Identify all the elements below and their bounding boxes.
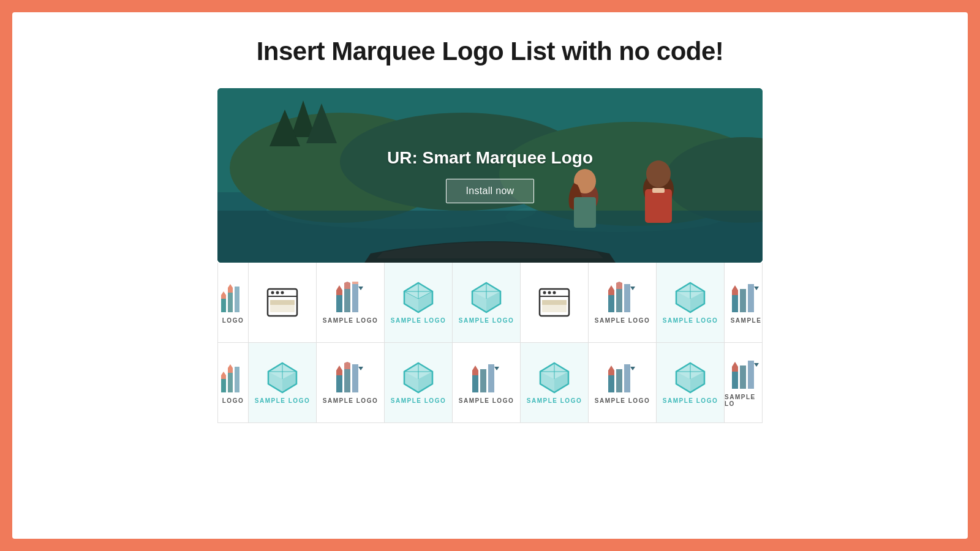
- svg-marker-63: [616, 282, 622, 289]
- svg-rect-99: [472, 375, 478, 392]
- svg-rect-31: [336, 295, 342, 312]
- svg-marker-79: [221, 372, 226, 379]
- logo-cell: LOGO: [218, 263, 249, 342]
- logo-cell: SAMPLE LO: [725, 343, 763, 422]
- svg-rect-112: [624, 364, 630, 392]
- svg-rect-76: [221, 379, 226, 392]
- svg-marker-125: [754, 363, 759, 367]
- svg-marker-103: [494, 367, 499, 370]
- logo-cell-label: Sample Logo: [391, 317, 446, 324]
- svg-rect-60: [616, 289, 622, 312]
- svg-point-54: [543, 291, 546, 294]
- chart-icon: [607, 282, 638, 313]
- diamond-icon: [267, 362, 298, 394]
- chart-icon: [335, 282, 366, 313]
- svg-point-28: [281, 291, 284, 294]
- svg-marker-102: [472, 365, 478, 375]
- logo-cell: Sample Logo: [657, 343, 725, 422]
- svg-rect-61: [624, 284, 630, 312]
- svg-marker-80: [228, 364, 233, 373]
- chart-icon: [471, 362, 502, 394]
- svg-rect-20: [228, 293, 233, 312]
- logo-cell-label: Sample Logo: [459, 317, 514, 324]
- logo-cell-label: SAMPLE LOGO: [323, 397, 378, 404]
- logo-cell: SAMPLE LOGO: [453, 343, 521, 422]
- svg-marker-34: [336, 285, 342, 295]
- svg-marker-37: [358, 287, 363, 290]
- logo-cell-label: SAMPLE LOGO: [323, 317, 378, 324]
- install-now-button[interactable]: Install now: [446, 179, 535, 203]
- hero-banner: UR: Smart Marquee Logo Install now: [217, 88, 763, 263]
- main-card: Insert Marquee Logo List with no code!: [12, 12, 968, 539]
- window-icon: [538, 287, 570, 318]
- logo-cell-label: SAMPLE LOGO: [595, 397, 650, 404]
- svg-rect-33: [352, 284, 358, 312]
- svg-rect-77: [228, 373, 233, 392]
- logo-cell-label: LOGO: [222, 397, 244, 404]
- svg-point-27: [276, 291, 279, 294]
- svg-marker-64: [630, 287, 635, 290]
- svg-rect-19: [221, 299, 226, 312]
- logo-cell-label: Sample Logo: [663, 397, 718, 404]
- svg-marker-91: [344, 362, 350, 369]
- svg-rect-87: [336, 375, 342, 392]
- chart-icon: [335, 362, 366, 394]
- svg-marker-36: [352, 282, 358, 284]
- bars-icon: [220, 362, 247, 394]
- svg-point-55: [548, 291, 551, 294]
- logo-cell: Sample Logo: [521, 343, 589, 422]
- diamond-icon: [471, 282, 502, 313]
- svg-marker-75: [754, 287, 759, 290]
- svg-marker-92: [358, 367, 363, 370]
- logo-cell: SAMPLE LOGO: [317, 263, 385, 342]
- chart-icon: [731, 282, 761, 313]
- svg-marker-113: [608, 365, 614, 375]
- logo-cell-label: SAMPLE LOGO: [595, 317, 650, 324]
- svg-marker-124: [732, 362, 738, 372]
- svg-marker-74: [732, 285, 738, 295]
- logo-cell-label: Sample Logo: [527, 397, 582, 404]
- svg-marker-23: [228, 284, 233, 293]
- logo-cell-label: SAMPLE LOGO: [459, 397, 514, 404]
- svg-point-26: [271, 291, 274, 294]
- hero-app-title: UR: Smart Marquee Logo: [387, 148, 593, 168]
- logo-cell-label: Sample Logo: [255, 397, 310, 404]
- svg-marker-90: [336, 365, 342, 375]
- logo-cell: Sample Logo: [385, 343, 453, 422]
- logo-cell: Sample Logo: [249, 343, 317, 422]
- svg-rect-111: [616, 369, 622, 392]
- logo-cell-label: Sample Logo: [663, 317, 718, 324]
- logo-cell-label: Sample Logo: [391, 397, 446, 404]
- svg-rect-122: [740, 365, 746, 389]
- logo-cell: SAMPLE LOGO: [589, 263, 657, 342]
- svg-rect-89: [352, 364, 358, 392]
- svg-rect-110: [608, 375, 614, 392]
- svg-marker-22: [221, 291, 226, 299]
- svg-rect-71: [732, 295, 738, 312]
- svg-rect-78: [235, 367, 239, 392]
- diamond-icon: [539, 362, 570, 394]
- logo-cell: LOGO: [218, 343, 249, 422]
- logo-row-1: LOGO: [218, 263, 762, 343]
- svg-rect-121: [732, 372, 738, 389]
- logo-cell: Sample Logo: [453, 263, 521, 342]
- diamond-icon: [675, 362, 706, 394]
- diamond-icon: [403, 282, 434, 313]
- logo-cell: Sample Logo: [385, 263, 453, 342]
- logo-cell: SAMPLE LOGO: [317, 343, 385, 422]
- svg-rect-88: [344, 369, 350, 392]
- svg-rect-123: [748, 361, 754, 389]
- svg-marker-62: [608, 285, 614, 295]
- window-icon: [266, 287, 298, 318]
- svg-rect-100: [480, 369, 486, 392]
- logo-cell-label: SAMPLE LO: [725, 394, 763, 407]
- svg-rect-58: [542, 300, 567, 305]
- bars-icon: [220, 282, 247, 313]
- svg-rect-21: [235, 287, 239, 312]
- svg-rect-72: [740, 289, 746, 312]
- logo-row-2: LOGO Sample Logo: [218, 343, 762, 422]
- logo-cell: [249, 263, 317, 342]
- svg-rect-101: [488, 364, 494, 392]
- page-title: Insert Marquee Logo List with no code!: [257, 37, 724, 66]
- svg-rect-59: [608, 295, 614, 312]
